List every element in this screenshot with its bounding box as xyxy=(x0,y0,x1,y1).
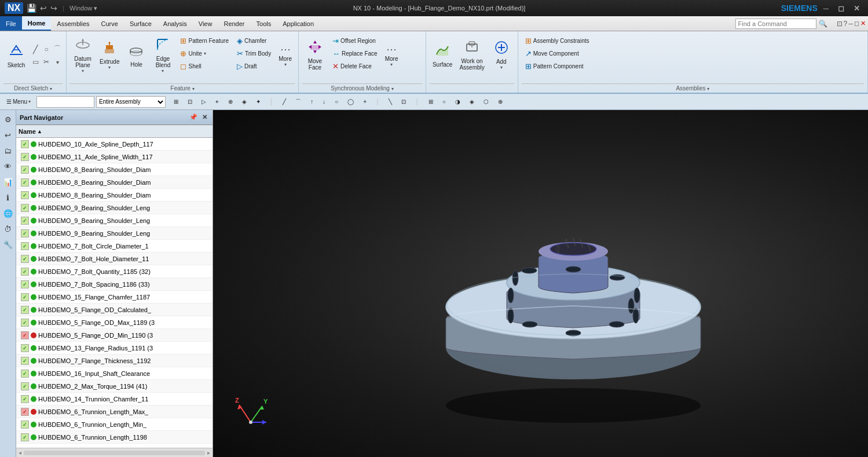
nav-item[interactable]: ✓HUBDEMO_6_Trunnion_Length_1198 xyxy=(16,431,213,444)
nav-item[interactable]: ✓HUBDEMO_5_Flange_OD_Calculated_ xyxy=(16,304,213,316)
part-nav-scroll-h[interactable]: ◂ ▸ xyxy=(16,448,213,457)
unite-button[interactable]: ⊕ Unite ▾ xyxy=(177,47,232,60)
tb-icon1[interactable]: ⊞ xyxy=(170,97,182,107)
offset-region-button[interactable]: ⇥ Offset Region xyxy=(329,35,381,47)
menu-restore-icon[interactable]: ⊡ xyxy=(837,20,843,28)
menu-item-analysis[interactable]: Analysis xyxy=(158,16,193,31)
move-face-button[interactable]: MoveFace xyxy=(302,34,328,76)
menu-item-assemblies[interactable]: Assemblies xyxy=(51,16,95,31)
chamfer-button[interactable]: ◈ Chamfer xyxy=(233,35,274,47)
move-component-button[interactable]: ↗ Move Component xyxy=(522,47,593,60)
tb-icon22[interactable]: ⊕ xyxy=(494,97,507,107)
delete-face-button[interactable]: ✕ Delete Face xyxy=(329,60,381,72)
tb-icon19[interactable]: ◑ xyxy=(451,97,464,107)
nav-item[interactable]: ✓HUBDEMO_15_Flange_Chamfer_1187 xyxy=(16,291,213,304)
nav-item[interactable]: ✓HUBDEMO_11_Axle_Spline_Width_117 xyxy=(16,151,213,163)
menu-item-application[interactable]: Application xyxy=(277,16,320,31)
nav-item[interactable]: ✓HUBDEMO_16_Input_Shaft_Clearance xyxy=(16,367,213,380)
sketch-button[interactable]: Sketch xyxy=(3,34,29,76)
menu-item-home[interactable]: Home xyxy=(22,16,52,31)
menu-max-icon[interactable]: ◻ xyxy=(854,20,859,27)
tb-icon3[interactable]: ▷ xyxy=(197,97,210,107)
toolbar-save-icon[interactable]: 💾 xyxy=(27,3,36,13)
nav-item[interactable]: ✓HUBDEMO_7_Bolt_Hole_Diameter_11 xyxy=(16,253,213,265)
sidebar-icon-settings[interactable]: ⚙ xyxy=(1,112,15,126)
tb-icon20[interactable]: ◈ xyxy=(466,97,478,107)
tb-icon18[interactable]: ○ xyxy=(438,97,450,107)
assembly-constraints-button[interactable]: ⊞ Assembly Constraints xyxy=(522,35,593,47)
nav-item[interactable]: ✓HUBDEMO_8_Bearing_Shoulder_Diam xyxy=(16,163,213,176)
sidebar-icon-info[interactable]: ℹ xyxy=(1,191,15,204)
tb-icon21[interactable]: ⬡ xyxy=(479,97,493,107)
restore-btn[interactable]: ◻ xyxy=(834,3,848,14)
sketch-more-btn[interactable]: ▾ xyxy=(52,56,63,68)
replace-face-button[interactable]: ↔ Replace Face xyxy=(329,47,381,60)
toolbar-undo-icon[interactable]: ↩ xyxy=(40,3,47,13)
work-assembly-button[interactable]: Work onAssembly xyxy=(456,34,487,76)
nav-item[interactable]: ✓HUBDEMO_2_Max_Torque_1194 (41) xyxy=(16,380,213,393)
tb-icon9[interactable]: ⌒ xyxy=(291,96,305,108)
col-header-name[interactable]: Name ▲ xyxy=(19,128,42,135)
sidebar-icon-view[interactable]: 👁 xyxy=(1,159,15,173)
nav-item[interactable]: ✓HUBDEMO_7_Bolt_Circle_Diameter_1 xyxy=(16,240,213,253)
tb-icon15[interactable]: ╲ xyxy=(384,97,396,107)
menu-item-render[interactable]: Render xyxy=(218,16,250,31)
sketch-rect-btn[interactable]: ▭ xyxy=(30,56,41,68)
tb-icon5[interactable]: ⊕ xyxy=(224,97,237,107)
menu-help-icon[interactable]: ? xyxy=(844,20,848,28)
toolbar-redo-icon[interactable]: ↪ xyxy=(50,3,57,13)
nav-item[interactable]: ✓HUBDEMO_9_Bearing_Shoulder_Leng xyxy=(16,227,213,240)
close-btn[interactable]: ✕ xyxy=(850,3,863,14)
nav-item[interactable]: ✓HUBDEMO_13_Flange_Radius_1191 (3 xyxy=(16,342,213,354)
hole-button[interactable]: Hole xyxy=(123,34,149,76)
find-command-input[interactable] xyxy=(735,19,816,29)
menu-close-icon[interactable]: ✕ xyxy=(860,20,866,27)
tb-icon10[interactable]: ↑ xyxy=(306,97,317,107)
pattern-feature-button[interactable]: ⊞ Pattern Feature xyxy=(177,35,232,47)
tb-icon14[interactable]: + xyxy=(359,97,371,107)
nav-item[interactable]: ✓HUBDEMO_7_Bolt_Spacing_1186 (33) xyxy=(16,278,213,291)
sketch-arc-btn[interactable]: ⌒ xyxy=(52,42,63,56)
menu-item-tools[interactable]: Tools xyxy=(251,16,277,31)
sidebar-icon-globe[interactable]: 🌐 xyxy=(1,206,15,220)
nav-item[interactable]: ✓HUBDEMO_7_Bolt_Quantity_1185 (32) xyxy=(16,265,213,278)
shell-button[interactable]: ◻ Shell xyxy=(177,60,232,72)
tb-icon8[interactable]: ╱ xyxy=(279,97,290,107)
menu-item-curve[interactable]: Curve xyxy=(96,16,124,31)
sketch-trim-btn[interactable]: ✂ xyxy=(41,56,52,68)
nav-item[interactable]: ✓HUBDEMO_5_Flange_OD_Max_1189 (3 xyxy=(16,316,213,329)
viewport[interactable]: Z Y xyxy=(213,110,868,457)
minimize-btn[interactable]: ─ xyxy=(820,3,832,14)
tb-icon7[interactable]: ✦ xyxy=(252,97,265,107)
sidebar-icon-chart[interactable]: 📊 xyxy=(1,175,15,189)
tb-icon4[interactable]: ⌖ xyxy=(211,97,223,107)
part-nav-close-btn[interactable]: ✕ xyxy=(200,113,209,122)
more-sync-button[interactable]: ⋯ More ▾ xyxy=(382,34,401,76)
extrude-button[interactable]: Extrude ▾ xyxy=(97,34,122,76)
menu-item-file[interactable]: File xyxy=(0,16,22,31)
tb-icon2[interactable]: ⊡ xyxy=(184,97,196,107)
datum-plane-button[interactable]: DatumPlane ▾ xyxy=(70,34,96,76)
sidebar-icon-history[interactable]: ↩ xyxy=(1,128,15,142)
nav-item[interactable]: ✓HUBDEMO_8_Bearing_Shoulder_Diam xyxy=(16,189,213,202)
nav-item[interactable]: ✓HUBDEMO_5_Flange_OD_Min_1190 (3 xyxy=(16,329,213,342)
menu-item-surface[interactable]: Surface xyxy=(124,16,158,31)
add-button[interactable]: Add ▾ xyxy=(489,34,514,76)
part-nav-pin-btn[interactable]: 📌 xyxy=(188,113,199,122)
sidebar-icon-nav[interactable]: 🗂 xyxy=(1,144,15,158)
tb-icon11[interactable]: ↓ xyxy=(318,97,329,107)
more-feature-button[interactable]: ⋯ More ▾ xyxy=(276,34,295,76)
sketch-line-btn[interactable]: ╱ xyxy=(30,42,41,56)
menu-minimize-icon[interactable]: ─ xyxy=(848,20,853,27)
nav-item[interactable]: ✓HUBDEMO_6_Trunnion_Length_Min_ xyxy=(16,418,213,431)
assembly-filter-select[interactable]: Entire Assembly xyxy=(96,96,166,108)
tb-icon6[interactable]: ◈ xyxy=(238,97,251,107)
nav-item[interactable]: ✓HUBDEMO_10_Axle_Spline_Depth_117 xyxy=(16,138,213,151)
tb-icon13[interactable]: ◯ xyxy=(343,97,358,107)
sidebar-icon-wrench[interactable]: 🔧 xyxy=(1,237,15,251)
sidebar-icon-clock[interactable]: ⏱ xyxy=(1,222,15,236)
sketch-circle-btn[interactable]: ○ xyxy=(41,42,52,56)
nav-item[interactable]: ✓HUBDEMO_14_Trunnion_Chamfer_11 xyxy=(16,393,213,405)
trim-body-button[interactable]: ✂ Trim Body xyxy=(233,47,274,60)
tb-icon12[interactable]: ○ xyxy=(331,97,342,107)
